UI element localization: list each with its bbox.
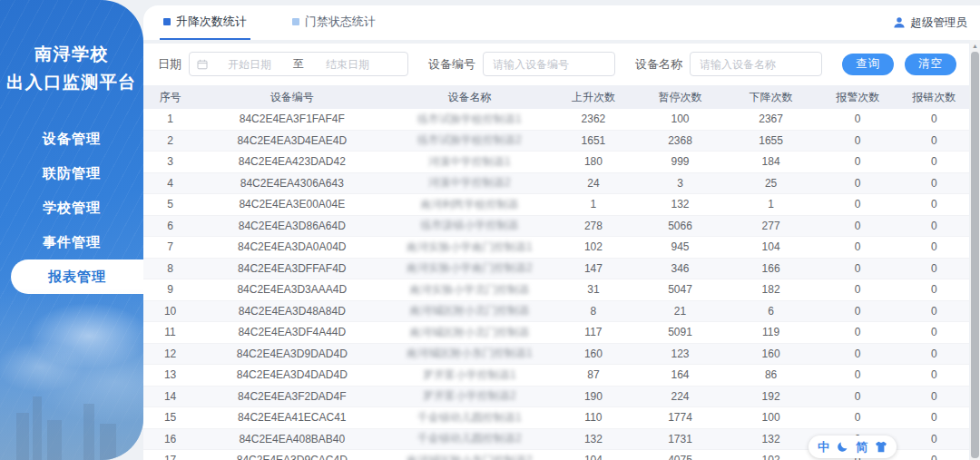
- cell-alarm: 0: [817, 347, 899, 360]
- device-name-input[interactable]: [690, 52, 822, 76]
- tab-1[interactable]: 升降次数统计: [160, 5, 250, 40]
- scroll-up-arrow[interactable]: ▲: [970, 40, 980, 51]
- table-row[interactable]: 884C2E4EA3DFFAF4D南浔实验小学南门控制器214734616600: [143, 259, 969, 280]
- cell-error: 0: [899, 113, 969, 125]
- column-header-5: 暂停次数: [634, 90, 725, 105]
- cell-seq: 6: [143, 220, 197, 232]
- cell-pause: 132: [634, 198, 725, 210]
- table-row[interactable]: 1284C2E4EA3D9DAD4D南浔城区附小东门控制器11601231600…: [143, 344, 969, 366]
- table-row[interactable]: 584C2E4EA3E00A04E南浔利民学校控制器1132100: [143, 194, 969, 216]
- cell-device_name: 练市汲镇小学控制器: [387, 218, 552, 233]
- table-row[interactable]: 384C2E4EA423DAD42浔溪中学控制器118099918400: [143, 152, 969, 173]
- date-separator: 至: [291, 56, 306, 72]
- cell-alarm: 0: [817, 134, 899, 147]
- cell-error: 0: [899, 134, 969, 147]
- cell-seq: 14: [143, 390, 197, 403]
- app-title-line2: 出入口监测平台: [0, 68, 143, 96]
- table-row[interactable]: 1384C2E4EA3D4DAD4D罗开富小学控制器1871648600: [143, 365, 969, 387]
- column-header-1: 序号: [143, 90, 197, 105]
- language-toggle[interactable]: 中: [818, 439, 829, 455]
- cell-error: 0: [899, 283, 969, 296]
- date-range-input[interactable]: 至: [189, 52, 408, 76]
- sidebar-item-5[interactable]: 报表管理: [11, 259, 143, 294]
- cell-device_id: 84C2E4EA3DF4A44D: [197, 326, 387, 338]
- cell-device_id: 84C2E4EA3D48A84D: [197, 305, 387, 318]
- cell-pause: 2368: [634, 134, 725, 147]
- cell-error: 0: [899, 347, 969, 360]
- cell-down: 192: [726, 390, 817, 403]
- column-header-2: 设备编号: [197, 90, 387, 105]
- sidebar-item-2[interactable]: 联防管理: [0, 156, 143, 191]
- topbar: 升降次数统计门禁状态统计 超级管理员: [143, 5, 980, 40]
- cell-seq: 10: [143, 305, 197, 318]
- cell-device_name: 千金镇幼儿园控制器1: [387, 410, 552, 426]
- cell-pause: 3: [634, 177, 725, 190]
- cell-seq: 12: [143, 347, 197, 360]
- cell-down: 132: [726, 433, 817, 445]
- table-row[interactable]: 284C2E4EA3D4EAE4D练市试验学校控制器21651236816550…: [143, 131, 969, 152]
- dark-mode-moon-icon[interactable]: [837, 441, 848, 453]
- shirt-icon[interactable]: [875, 441, 887, 453]
- filter-bar: 日期 至 设备编号 设备名称 查询 清空: [143, 44, 969, 83]
- cell-device_name: 练市试验学校控制器1: [387, 112, 552, 127]
- cell-alarm: 0: [817, 368, 899, 381]
- cell-device_id: 84C2E4EA3D86A64D: [197, 220, 387, 232]
- cell-device_id: 84C2E4EA3D4DAD4D: [197, 368, 387, 381]
- date-end-input[interactable]: [308, 58, 387, 71]
- cell-up: 31: [552, 283, 634, 296]
- table-row[interactable]: 1484C2E4EA3F2DAD4F罗开富小学控制器219022419200: [143, 387, 969, 408]
- cell-down: 100: [726, 411, 817, 424]
- cell-down: 86: [726, 368, 817, 381]
- cell-error: 0: [899, 368, 969, 381]
- cell-down: 184: [726, 155, 817, 168]
- table-row[interactable]: 784C2E4EA3DA0A04D南浔实验小学南门控制器110294510400: [143, 237, 969, 259]
- cell-device_id: 84C2E4EA3E00A04E: [197, 198, 387, 210]
- cell-device_name: 浔溪中学控制器1: [387, 154, 552, 170]
- vertical-scrollbar[interactable]: ▲: [970, 40, 980, 460]
- sidebar-item-4[interactable]: 事件管理: [0, 225, 143, 259]
- cell-down: 102: [726, 454, 817, 460]
- column-header-8: 报错次数: [899, 90, 969, 105]
- cell-error: 0: [899, 433, 969, 445]
- cell-pause: 224: [634, 390, 725, 403]
- cell-down: 1: [726, 198, 817, 210]
- cell-alarm: 0: [817, 240, 899, 253]
- table-body: 184C2E4EA3F1FAF4F练市试验学校控制器12362100236700…: [143, 109, 969, 460]
- device-id-input[interactable]: [483, 52, 615, 76]
- sidebar-item-3[interactable]: 学校管理: [0, 191, 143, 225]
- table-row[interactable]: 184C2E4EA3F1FAF4F练市试验学校控制器12362100236700: [143, 109, 969, 131]
- ime-toolbar: 中 简: [808, 436, 897, 458]
- cell-down: 1655: [726, 134, 817, 147]
- clear-button[interactable]: 清空: [905, 54, 956, 75]
- table-row[interactable]: 1084C2E4EA3D48A84D南浔城区附小北门控制器821600: [143, 301, 969, 323]
- table-row[interactable]: 484C2E4EA4306A643浔溪中学控制器22432500: [143, 173, 969, 195]
- cell-up: 147: [552, 262, 634, 275]
- user-info[interactable]: 超级管理员: [893, 15, 968, 31]
- cell-up: 117: [552, 326, 634, 338]
- filter-buttons: 查询 清空: [842, 54, 956, 75]
- cell-seq: 16: [143, 433, 197, 445]
- search-button[interactable]: 查询: [842, 54, 894, 75]
- column-header-6: 下降次数: [726, 90, 817, 105]
- cell-seq: 13: [143, 368, 197, 381]
- cell-seq: 17: [143, 454, 197, 460]
- cell-pause: 346: [634, 262, 725, 275]
- tab-2[interactable]: 门禁状态统计: [289, 5, 379, 40]
- cell-up: 1651: [552, 134, 634, 147]
- sidebar-cityscape-art: [0, 288, 143, 460]
- cell-pause: 164: [634, 368, 725, 381]
- sidebar: 南浔学校 出入口监测平台 设备管理联防管理学校管理事件管理报表管理: [0, 0, 143, 460]
- table-row[interactable]: 1184C2E4EA3DF4A44D南浔城区附小北门控制器11750911190…: [143, 322, 969, 344]
- date-start-input[interactable]: [210, 58, 289, 71]
- simplified-chinese-toggle[interactable]: 简: [856, 439, 867, 455]
- table-row[interactable]: 684C2E4EA3D86A64D练市汲镇小学控制器278506627700: [143, 216, 969, 238]
- table-row[interactable]: 1584C2E4EA41ECAC41千金镇幼儿园控制器1110177410000: [143, 407, 969, 429]
- cell-device_name: 罗开富小学控制器1: [387, 367, 552, 383]
- cell-seq: 8: [143, 262, 197, 275]
- table-row[interactable]: 984C2E4EA3D3AAA4D南浔实验小学北门控制器31504718200: [143, 279, 969, 301]
- cell-seq: 15: [143, 411, 197, 424]
- scrollbar-thumb[interactable]: [971, 52, 979, 458]
- cell-device_name: 南浔实验小学南门控制器2: [387, 260, 552, 276]
- user-name: 超级管理员: [911, 15, 968, 31]
- sidebar-item-1[interactable]: 设备管理: [0, 122, 143, 156]
